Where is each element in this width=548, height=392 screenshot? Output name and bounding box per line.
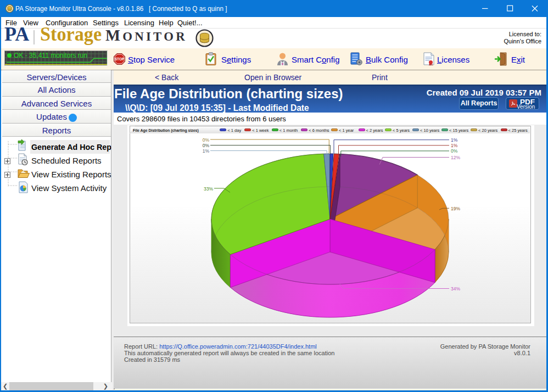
svg-text:12%: 12%	[451, 155, 460, 160]
svg-text:0%: 0%	[451, 148, 458, 154]
svg-text:0%: 0%	[203, 137, 210, 143]
svg-text:OK - 35,411 monitors run: OK - 35,411 monitors run	[14, 52, 87, 59]
svg-text:34%: 34%	[451, 286, 460, 292]
svg-text:STOP: STOP	[115, 57, 125, 61]
svg-text:33%: 33%	[204, 186, 213, 192]
svg-text:1%: 1%	[451, 137, 458, 143]
svg-text:19%: 19%	[451, 206, 460, 211]
svg-text:0%: 0%	[203, 143, 210, 148]
svg-text:1%: 1%	[203, 148, 210, 154]
svg-text:1%: 1%	[451, 143, 458, 148]
